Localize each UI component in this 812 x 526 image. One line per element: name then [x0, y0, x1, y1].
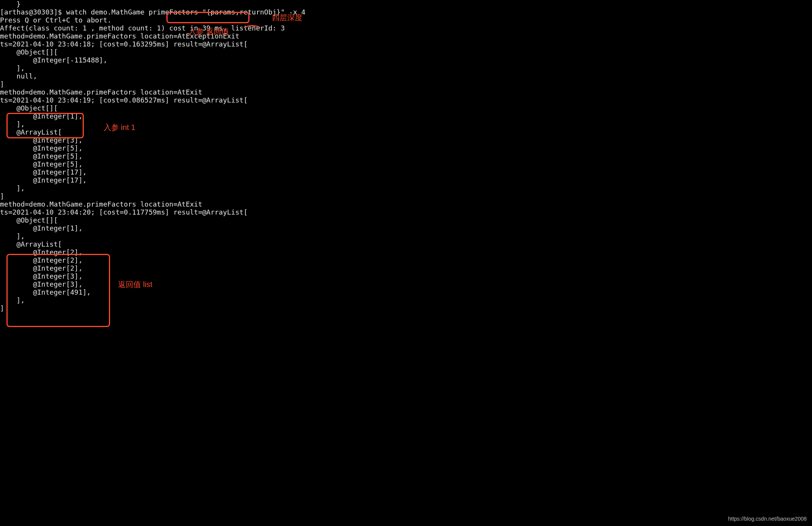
- terminal-line: @Integer[17],: [0, 176, 812, 184]
- terminal-line: ],: [0, 64, 812, 72]
- terminal-line: @Integer[2],: [0, 264, 812, 272]
- annotation-squiggle: [244, 24, 261, 29]
- annotation-depth-label: 四层深度: [272, 14, 302, 22]
- terminal-line: @Integer[-115488],: [0, 56, 812, 64]
- terminal-line: ts=2021-04-10 23:04:19; [cost=0.086527ms…: [0, 96, 812, 104]
- terminal-line: ts=2021-04-10 23:04:18; [cost=0.163295ms…: [0, 40, 812, 48]
- terminal-line: @Integer[1],: [0, 112, 812, 120]
- terminal-line: @Integer[5],: [0, 144, 812, 152]
- terminal-line: ],: [0, 184, 812, 192]
- annotation-return-list-label: 返回值 list: [118, 281, 152, 289]
- terminal-line: @Integer[2],: [0, 248, 812, 256]
- terminal-line: method=demo.MathGame.primeFactors locati…: [0, 200, 812, 208]
- terminal-line: @Integer[491],: [0, 288, 812, 296]
- terminal-line: @Object[][: [0, 48, 812, 56]
- terminal-line: @Object[][: [0, 104, 812, 112]
- terminal-line: @Integer[1],: [0, 224, 812, 232]
- annotation-params-return-label: 入参 返回值: [189, 27, 229, 35]
- terminal-line: [arthas@30303]$ watch demo.MathGame prim…: [0, 8, 812, 16]
- terminal-output: }[arthas@30303]$ watch demo.MathGame pri…: [0, 0, 812, 312]
- terminal-line: ],: [0, 232, 812, 240]
- terminal-line: @Integer[3],: [0, 272, 812, 280]
- terminal-line: method=demo.MathGame.primeFactors locati…: [0, 32, 812, 40]
- terminal-line: @Integer[3],: [0, 136, 812, 144]
- terminal-line: @Integer[2],: [0, 256, 812, 264]
- terminal-line: ]: [0, 304, 812, 312]
- terminal-line: @Integer[5],: [0, 152, 812, 160]
- annotation-param-int1-label: 入参 int 1: [104, 123, 135, 132]
- terminal-line: Affect(class count: 1 , method count: 1)…: [0, 24, 812, 32]
- watermark: https://blog.csdn.net/baoxue2008: [728, 515, 807, 523]
- terminal-line: method=demo.MathGame.primeFactors locati…: [0, 88, 812, 96]
- terminal-line: ]: [0, 192, 812, 200]
- terminal-line: null,: [0, 72, 812, 80]
- terminal-line: Press Q or Ctrl+C to abort.: [0, 16, 812, 24]
- terminal-line: }: [0, 0, 812, 8]
- terminal-line: ts=2021-04-10 23:04:20; [cost=0.117759ms…: [0, 208, 812, 216]
- terminal-line: ]: [0, 80, 812, 88]
- terminal-line: @ArrayList[: [0, 240, 812, 248]
- terminal-line: @Integer[17],: [0, 168, 812, 176]
- terminal-line: @Integer[5],: [0, 160, 812, 168]
- terminal-line: ],: [0, 296, 812, 304]
- terminal-line: @Object[][: [0, 216, 812, 224]
